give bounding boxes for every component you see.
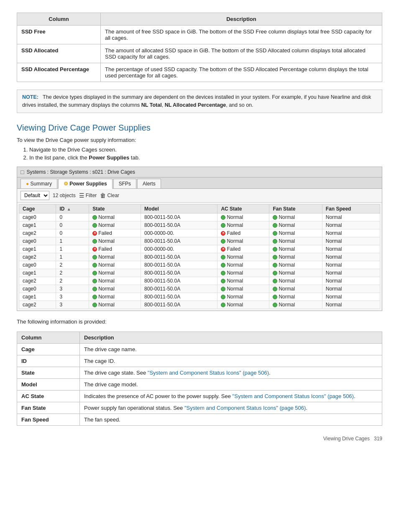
status-icons-link[interactable]: "System and Component Status Icons" (pag… xyxy=(184,405,306,411)
fan-speed-cell: Normal xyxy=(322,285,380,293)
ui-tab[interactable]: Alerts xyxy=(137,179,161,188)
status-cell: Normal xyxy=(217,277,269,285)
section-heading: Viewing Drive Cage Power Supplies xyxy=(17,123,382,133)
status-cell: Normal xyxy=(89,285,141,293)
fan-speed-cell: Normal xyxy=(322,221,380,229)
cage-cell: cage1 xyxy=(19,293,56,301)
status-cell: Normal xyxy=(269,229,322,237)
top-table-desc-header: Description xyxy=(101,13,382,26)
section-intro: To view the Drive Cage power supply info… xyxy=(17,137,382,143)
status-cell: Normal xyxy=(89,237,141,245)
table-row: cage1 2 Normal 800-0011-50.0A Normal Nor… xyxy=(19,269,380,277)
id-cell: 2 xyxy=(56,277,89,285)
table-row: Fan StatePower supply fan operational st… xyxy=(17,402,382,414)
power-supplies-table: CageID ▲StateModelAC StateFan StateFan S… xyxy=(19,204,380,309)
table-row: SSD Allocated PercentageThe percentage o… xyxy=(17,63,382,82)
table-row: SSD AllocatedThe amount of allocated SSD… xyxy=(17,44,382,63)
status-cell: Normal xyxy=(217,293,269,301)
id-cell: 3 xyxy=(56,301,89,308)
status-cell: Normal xyxy=(89,253,141,261)
table-row: StateThe drive cage state. See "System a… xyxy=(17,367,382,378)
status-cell: Normal xyxy=(89,269,141,277)
id-cell: 1 xyxy=(56,245,89,253)
table-row: cage0 2 Normal 800-0011-50.0A Normal Nor… xyxy=(19,261,380,269)
model-cell: 800-0011-50.0A xyxy=(141,301,217,308)
ui-tab[interactable]: ⚙ Power Supplies xyxy=(58,179,113,189)
status-icons-link[interactable]: "System and Component Status Icons" (pag… xyxy=(148,370,269,376)
column-name: ID xyxy=(17,355,80,367)
footer-left: Viewing Drive Cages xyxy=(323,436,370,442)
model-cell: 800-0011-50.0A xyxy=(141,213,217,221)
table-header-ac-state: AC State xyxy=(217,204,269,213)
clear-button[interactable]: 🗑 Clear xyxy=(100,192,119,199)
table-row: cage2 0 Failed 000-0000-00. Failed Norma… xyxy=(19,229,380,237)
model-cell: 800-0011-50.0A xyxy=(141,261,217,269)
model-cell: 800-0011-50.0A xyxy=(141,285,217,293)
fan-speed-cell: Normal xyxy=(322,213,380,221)
table-row: cage0 1 Normal 800-0011-50.0A Normal Nor… xyxy=(19,237,380,245)
table-row: cage1 1 Failed 000-0000-00. Failed Norma… xyxy=(19,245,380,253)
cage-cell: cage1 xyxy=(19,245,56,253)
status-cell: Normal xyxy=(269,237,322,245)
ui-window: □ Systems : Storage Systems : s021 : Dri… xyxy=(17,167,382,311)
model-cell: 800-0011-50.0A xyxy=(141,277,217,285)
model-cell: 000-0000-00. xyxy=(141,245,217,253)
fan-speed-cell: Normal xyxy=(322,229,380,237)
status-cell: Normal xyxy=(217,301,269,308)
column-description: The drive cage name. xyxy=(80,343,382,355)
ui-tab[interactable]: SFPs xyxy=(113,179,136,188)
model-cell: 800-0011-50.0A xyxy=(141,269,217,277)
id-cell: 3 xyxy=(56,285,89,293)
table-header-state: State xyxy=(89,204,141,213)
id-cell: 0 xyxy=(56,221,89,229)
id-cell: 0 xyxy=(56,213,89,221)
top-table-col-header: Column xyxy=(17,13,101,26)
column-description: Power supply fan operational status. See… xyxy=(80,402,382,414)
cage-cell: cage0 xyxy=(19,261,56,269)
ui-tab[interactable]: ● Summary xyxy=(20,179,57,188)
status-cell: Normal xyxy=(89,221,141,229)
cage-cell: cage2 xyxy=(19,253,56,261)
status-cell: Normal xyxy=(217,285,269,293)
status-icons-link[interactable]: "System and Component Status Icons" (pag… xyxy=(233,393,354,399)
default-dropdown[interactable]: Default xyxy=(20,191,49,200)
id-cell: 1 xyxy=(56,237,89,245)
window-icon: □ xyxy=(20,169,24,175)
status-cell: Normal xyxy=(269,221,322,229)
table-row: ModelThe drive cage model. xyxy=(17,378,382,390)
status-cell: Normal xyxy=(269,261,322,269)
column-name: Fan Speed xyxy=(17,414,80,425)
table-header-model: Model xyxy=(141,204,217,213)
status-cell: Failed xyxy=(217,229,269,237)
status-cell: Normal xyxy=(217,237,269,245)
column-description: The cage ID. xyxy=(80,355,382,367)
fan-speed-cell: Normal xyxy=(322,261,380,269)
ui-toolbar: Default 12 objects ☰ Filter 🗑 Clear xyxy=(17,189,382,203)
fan-speed-cell: Normal xyxy=(322,245,380,253)
status-cell: Normal xyxy=(89,301,141,308)
status-cell: Normal xyxy=(89,277,141,285)
bottom-col-header: Column xyxy=(17,332,80,343)
clear-icon: 🗑 xyxy=(100,192,106,199)
top-info-table: Column Description SSD FreeThe amount of… xyxy=(17,13,382,82)
status-cell: Normal xyxy=(269,285,322,293)
filter-button[interactable]: ☰ Filter xyxy=(79,192,97,199)
bottom-desc-table: Column Description CageThe drive cage na… xyxy=(17,332,382,426)
table-row: cage0 0 Normal 800-0011-50.0A Normal Nor… xyxy=(19,213,380,221)
column-name: SSD Free xyxy=(17,26,101,44)
column-description: The drive cage state. See "System and Co… xyxy=(80,367,382,378)
cage-cell: cage2 xyxy=(19,277,56,285)
filter-icon: ☰ xyxy=(79,192,84,199)
table-header-cage: Cage xyxy=(19,204,56,213)
ui-window-body: CageID ▲StateModelAC StateFan StateFan S… xyxy=(17,203,382,311)
column-description: Indicates the presence of AC power to th… xyxy=(80,390,382,402)
column-description: The amount of free SSD space in GiB. The… xyxy=(101,26,382,44)
fan-speed-cell: Normal xyxy=(322,293,380,301)
table-row: cage1 0 Normal 800-0011-50.0A Normal Nor… xyxy=(19,221,380,229)
steps-list: Navigate to the Drive Cages screen.In th… xyxy=(29,146,382,161)
id-cell: 0 xyxy=(56,229,89,237)
status-cell: Normal xyxy=(269,301,322,308)
status-cell: Normal xyxy=(269,293,322,301)
step-item: Navigate to the Drive Cages screen. xyxy=(29,146,382,153)
status-cell: Normal xyxy=(217,269,269,277)
